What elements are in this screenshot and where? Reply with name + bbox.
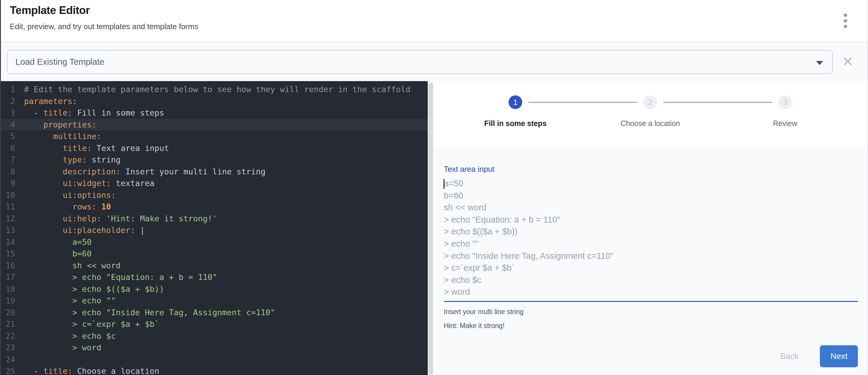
page-header: Template Editor Edit, preview, and try o… — [1, 0, 867, 42]
line-number: 2 — [1, 95, 15, 107]
editor-line[interactable]: 4 properties: — [1, 119, 428, 131]
field-help-text: Hint: Make it strong! — [444, 322, 858, 330]
step-number-badge: 3 — [778, 95, 792, 109]
editor-line[interactable]: 19 > echo "" — [1, 295, 428, 307]
template-editor-page: Template Editor Edit, preview, and try o… — [0, 0, 868, 375]
line-number: 18 — [1, 283, 15, 295]
line-code: > echo "Inside Here Tag, Assignment c=11… — [15, 307, 275, 318]
clear-selection-button[interactable] — [840, 54, 855, 69]
line-code: properties: — [15, 119, 97, 131]
editor-line[interactable]: 9 ui:widget: textarea — [1, 178, 428, 189]
line-number: 21 — [1, 318, 15, 330]
line-number: 12 — [1, 213, 15, 225]
template-loader-bar: Load Existing Template — [1, 43, 867, 81]
editor-line[interactable]: 15 b=60 — [1, 248, 428, 260]
step-label: Review — [718, 119, 852, 128]
editor-line[interactable]: 1 # Edit the template parameters below t… — [1, 84, 428, 95]
line-code: > word — [15, 342, 101, 354]
line-code: > c=`expr $a + $b` — [15, 318, 159, 330]
line-code: b=60 — [15, 248, 92, 260]
line-code: ui:widget: textarea — [15, 178, 154, 189]
line-code: rows: 10 — [15, 201, 111, 213]
load-template-placeholder: Load Existing Template — [16, 57, 104, 67]
chevron-down-icon — [816, 61, 823, 65]
line-code: description: Insert your multi line stri… — [15, 166, 266, 178]
step-number-badge: 1 — [508, 95, 522, 109]
editor-scrollbar[interactable] — [428, 81, 434, 375]
step-label: Fill in some steps — [448, 119, 583, 128]
line-number: 1 — [1, 84, 15, 95]
more-vertical-icon — [844, 13, 847, 28]
editor-scrollbar-thumb[interactable] — [428, 82, 433, 375]
editor-line[interactable]: 24 — [1, 354, 428, 366]
editor-line[interactable]: 25 - title: Choose a location — [1, 365, 428, 375]
line-number: 10 — [1, 189, 15, 201]
line-code: > echo $c — [15, 330, 116, 342]
line-code: ui:options: — [15, 189, 116, 201]
line-code: a=50 — [15, 236, 92, 248]
line-number: 19 — [1, 295, 15, 307]
more-options-button[interactable] — [837, 12, 854, 30]
yaml-code-editor[interactable]: 1 # Edit the template parameters below t… — [1, 81, 428, 375]
line-number: 13 — [1, 224, 15, 236]
back-button[interactable]: Back — [776, 351, 803, 361]
step-label: Choose a location — [583, 119, 718, 128]
line-code: # Edit the template parameters below to … — [15, 84, 410, 95]
line-number: 17 — [1, 271, 15, 283]
line-number: 4 — [1, 119, 15, 131]
template-preview-panel: 1 Fill in some steps 2 Choose a location… — [434, 81, 867, 375]
editor-line[interactable]: 17 > echo "Equation: a + b = 110" — [1, 271, 428, 283]
editor-line[interactable]: 22 > echo $c — [1, 330, 428, 342]
line-number: 25 — [1, 365, 15, 375]
stepper-step: 3 Review — [718, 95, 852, 128]
textarea-field-label: Text area input — [444, 165, 858, 174]
line-number: 11 — [1, 201, 15, 213]
stepper-connector — [663, 102, 772, 103]
editor-line[interactable]: 12 ui:help: 'Hint: Make it strong!' — [1, 213, 428, 225]
line-number: 7 — [1, 154, 15, 166]
page-subtitle: Edit, preview, and try out templates and… — [10, 22, 867, 31]
line-code: > echo "" — [15, 295, 116, 307]
editor-line[interactable]: 10 ui:options: — [1, 189, 428, 201]
editor-line[interactable]: 16 sh << word — [1, 260, 428, 272]
line-code: multiline: — [15, 130, 101, 142]
multiline-textarea[interactable]: a=50 b=60 sh << word > echo "Equation: a… — [444, 178, 858, 302]
line-number: 14 — [1, 236, 15, 248]
editor-line[interactable]: 8 description: Insert your multi line st… — [1, 166, 428, 178]
editor-lines: 1 # Edit the template parameters below t… — [1, 84, 428, 375]
editor-line[interactable]: 2 parameters: — [1, 95, 428, 107]
step-form-panel: Text area input a=50 b=60 sh << word > e… — [434, 146, 867, 375]
editor-line[interactable]: 13 ui:placeholder: | — [1, 224, 428, 236]
stepper-connector — [528, 102, 637, 103]
textarea-placeholder: a=50 b=60 sh << word > echo "Equation: a… — [444, 178, 858, 298]
field-description: Insert your multi line string — [444, 308, 858, 316]
editor-line[interactable]: 21 > c=`expr $a + $b` — [1, 318, 428, 330]
line-code: ui:help: 'Hint: Make it strong!' — [15, 213, 217, 225]
next-button[interactable]: Next — [820, 345, 858, 367]
line-code: title: Text area input — [15, 142, 169, 154]
line-number: 24 — [1, 354, 15, 366]
wizard-actions: Back Next — [444, 345, 858, 367]
page-title: Template Editor — [10, 4, 867, 17]
wizard-stepper: 1 Fill in some steps 2 Choose a location… — [434, 81, 867, 128]
editor-line[interactable]: 3 - title: Fill in some steps — [1, 107, 428, 119]
editor-line[interactable]: 7 type: string — [1, 154, 428, 166]
editor-line[interactable]: 6 title: Text area input — [1, 142, 428, 154]
line-number: 22 — [1, 330, 15, 342]
line-code: parameters: — [15, 95, 77, 107]
load-template-select[interactable]: Load Existing Template — [7, 50, 833, 74]
line-code: - title: Fill in some steps — [15, 107, 164, 119]
close-icon — [842, 56, 854, 67]
line-code: ui:placeholder: | — [15, 224, 145, 236]
editor-line[interactable]: 20 > echo "Inside Here Tag, Assignment c… — [1, 307, 428, 318]
line-number: 9 — [1, 178, 15, 189]
editor-line[interactable]: 18 > echo $(($a + $b)) — [1, 283, 428, 295]
line-number: 6 — [1, 142, 15, 154]
editor-line[interactable]: 14 a=50 — [1, 236, 428, 248]
editor-line[interactable]: 5 multiline: — [1, 130, 428, 142]
stepper-step: 1 Fill in some steps — [448, 95, 583, 128]
line-code: > echo $(($a + $b)) — [15, 283, 164, 295]
editor-line[interactable]: 11 rows: 10 — [1, 201, 428, 213]
editor-line[interactable]: 23 > word — [1, 342, 428, 354]
stepper-step: 2 Choose a location — [583, 95, 718, 128]
